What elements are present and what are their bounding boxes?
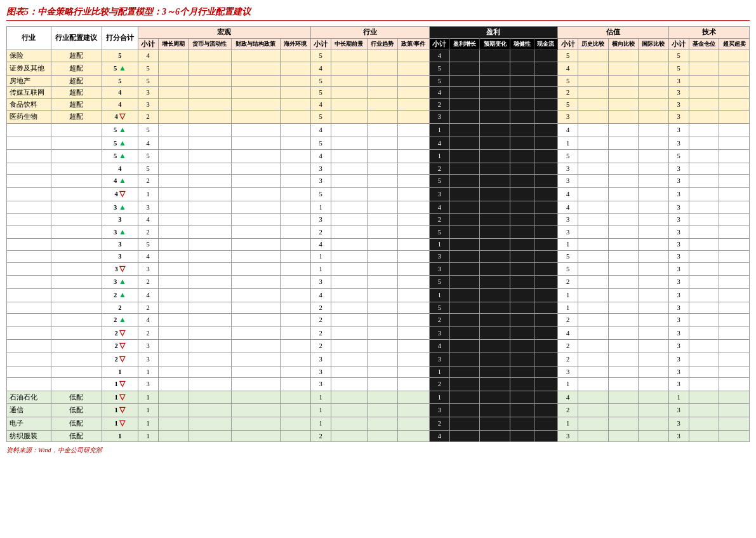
table-cell [608, 326, 639, 340]
score-value: 5 [114, 126, 117, 133]
table-cell [449, 239, 480, 251]
table-cell [608, 150, 639, 163]
arrow-down-icon: ▽ [119, 264, 125, 273]
table-cell [510, 137, 534, 150]
table-cell [449, 340, 480, 353]
table-cell [158, 391, 189, 404]
table-cell [719, 366, 750, 378]
macro-currency: 货币与流动性 [189, 38, 231, 50]
table-cell [449, 288, 480, 302]
table-cell: 2 [138, 111, 158, 124]
table-cell [158, 366, 189, 378]
table-cell: 1 [138, 430, 158, 442]
table-cell [368, 87, 398, 99]
table-cell [480, 124, 510, 137]
table-cell [331, 87, 367, 99]
table-cell [368, 262, 398, 276]
table-cell [449, 262, 480, 276]
table-cell: 3 [102, 251, 138, 263]
table-cell: 3 [138, 98, 158, 111]
table-cell [689, 430, 719, 442]
profit-subtotal: 小计 [429, 38, 449, 50]
table-cell: 3 [668, 288, 689, 302]
table-cell [51, 378, 102, 391]
table-cell: 2 ▽ [102, 326, 138, 340]
score-value: 4 [115, 113, 118, 120]
table-cell [719, 262, 750, 276]
table-cell [189, 111, 231, 124]
table-cell [397, 314, 429, 327]
table-cell [510, 366, 534, 378]
table-cell [281, 251, 311, 263]
table-cell [719, 175, 750, 188]
table-cell [534, 340, 558, 353]
table-cell [719, 276, 750, 289]
table-cell [189, 214, 231, 226]
table-cell [231, 175, 280, 188]
table-cell [397, 150, 429, 163]
table-row: 3 41353 [7, 251, 750, 263]
table-cell [480, 201, 510, 214]
table-cell [158, 239, 189, 251]
arrow-up-icon: ▲ [119, 290, 126, 299]
table-cell: 3 [429, 326, 449, 340]
table-cell: 4 [102, 163, 138, 175]
header-industry-col: 行业 [7, 27, 51, 50]
table-cell [534, 326, 558, 340]
table-cell [397, 111, 429, 124]
table-cell: 3 [558, 214, 578, 226]
table-cell: 2 [558, 404, 578, 417]
table-cell [608, 50, 639, 62]
score-value: 5 [118, 77, 121, 84]
table-cell [281, 366, 311, 378]
table-cell [719, 201, 750, 214]
macro-overseas: 海外环境 [281, 38, 311, 50]
table-cell [189, 430, 231, 442]
table-cell [534, 391, 558, 404]
table-row: 3 ▲31443 [7, 201, 750, 214]
arrow-down-icon: ▽ [119, 328, 125, 337]
table-cell [578, 98, 609, 111]
table-cell: 3 [668, 175, 689, 188]
table-cell [51, 137, 102, 150]
table-cell [51, 201, 102, 214]
table-cell: 3 [668, 366, 689, 378]
table-cell: 1 [429, 150, 449, 163]
score-value: 3 [115, 266, 118, 272]
table-cell [534, 50, 558, 62]
table-cell [719, 251, 750, 263]
table-cell: 3 [668, 262, 689, 276]
table-cell [608, 366, 639, 378]
table-cell [480, 137, 510, 150]
table-cell [608, 404, 639, 417]
table-cell [639, 201, 669, 214]
table-cell [331, 50, 367, 62]
table-cell: 4 [558, 391, 578, 404]
table-row: 3 ▲22533 [7, 225, 750, 239]
table-cell: 1 [310, 417, 331, 430]
table-cell [534, 201, 558, 214]
table-cell [368, 417, 398, 430]
table-cell: 3 [310, 378, 331, 391]
table-cell [397, 417, 429, 430]
table-cell [231, 98, 280, 111]
score-value: 1 [115, 420, 118, 427]
ind-policy: 政策/事件 [397, 38, 429, 50]
table-cell [608, 188, 639, 201]
table-cell [578, 62, 609, 75]
table-cell: 3 [138, 201, 158, 214]
table-cell [281, 50, 311, 62]
table-cell: 5 [558, 75, 578, 87]
table-cell [331, 366, 367, 378]
table-cell [689, 50, 719, 62]
table-cell: 2 [310, 430, 331, 442]
table-cell [158, 276, 189, 289]
table-cell [608, 378, 639, 391]
table-cell [231, 251, 280, 263]
table-cell [689, 62, 719, 75]
table-cell [608, 391, 639, 404]
table-cell [534, 87, 558, 99]
table-cell [534, 417, 558, 430]
table-cell [480, 430, 510, 442]
table-cell [331, 378, 367, 391]
